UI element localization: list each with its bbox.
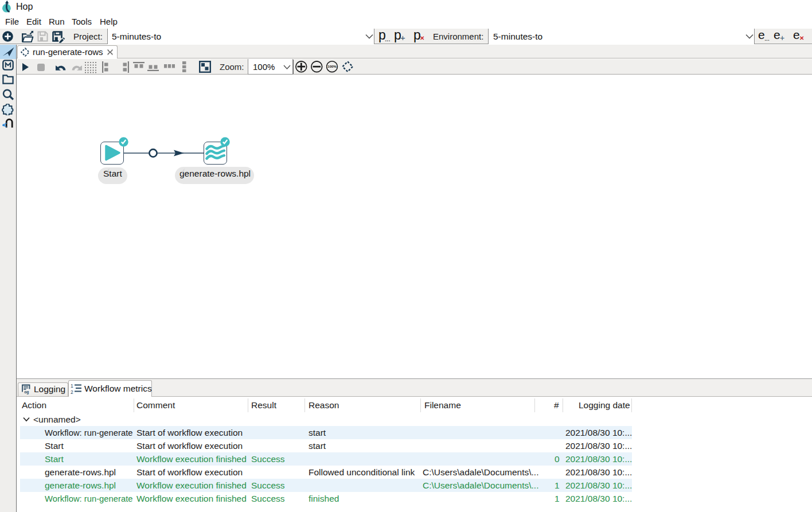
svg-text:2: 2 — [71, 389, 73, 394]
svg-text:1: 1 — [71, 383, 73, 389]
svg-text:100%: 100% — [327, 65, 337, 68]
svg-text:og: og — [24, 390, 29, 394]
